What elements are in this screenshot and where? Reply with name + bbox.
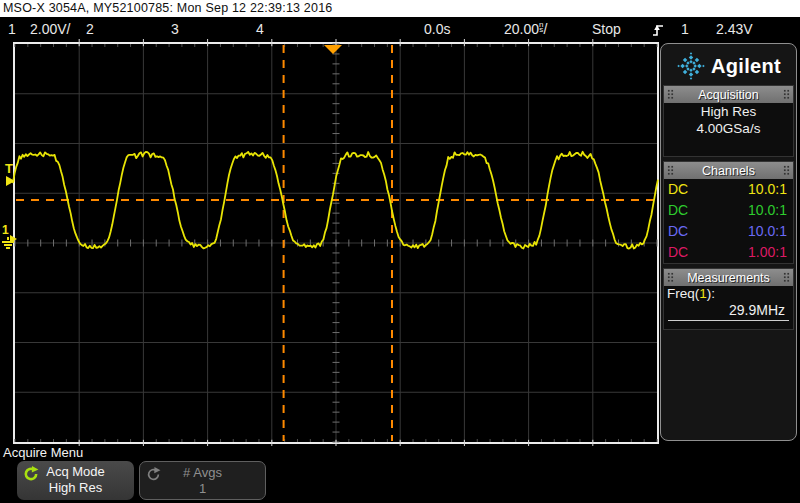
measurements-header[interactable]: Measurements	[664, 269, 793, 286]
channel-coupling: DC	[668, 179, 688, 200]
menu-title: Acquire Menu	[3, 445, 83, 460]
grip-dots-icon	[783, 272, 790, 283]
measurement-source: 1	[699, 286, 707, 301]
channel-coupling: DC	[668, 221, 688, 242]
acquisition-section: Acquisition High Res 4.00GSa/s	[663, 85, 794, 157]
channel-2-badge[interactable]: 2	[86, 17, 94, 41]
grip-dots-icon	[667, 165, 674, 176]
model-serial-datetime: MSO-X 3054A, MY52100785: Mon Sep 12 22:3…	[3, 1, 332, 15]
channels-title: Channels	[702, 164, 755, 178]
waveform-display[interactable]	[13, 42, 659, 444]
grip-dots-icon	[667, 272, 674, 283]
trigger-edge-icon	[652, 21, 664, 43]
channel-4-badge[interactable]: 4	[256, 17, 264, 41]
info-panel: Agilent Acquisition High Res 4.00GSa/s C…	[660, 43, 797, 441]
acquisition-mode: High Res	[664, 103, 793, 120]
horizontal-delay[interactable]: 0.0s	[424, 17, 450, 41]
channel-row[interactable]: DC1.00:1	[664, 242, 793, 263]
channel-probe-ratio: 1.00:1	[748, 242, 787, 263]
channels-header[interactable]: Channels	[664, 162, 793, 179]
measurement-name: Freq(1):	[664, 286, 793, 302]
measurement-underline	[668, 320, 789, 321]
run-state-indicator[interactable]: Stop	[592, 17, 621, 41]
channel-row[interactable]: DC10.0:1	[664, 221, 793, 242]
channel-probe-ratio: 10.0:1	[748, 179, 787, 200]
horizontal-scale[interactable]: 20.00ns/	[504, 17, 547, 41]
ground-marker-arrow-icon	[10, 235, 17, 243]
channel-coupling: DC	[668, 242, 688, 263]
channel-1-scale[interactable]: 2.00V/	[30, 17, 70, 41]
channel-coupling: DC	[668, 200, 688, 221]
trigger-level-marker-icon[interactable]	[6, 176, 15, 186]
sample-rate: 4.00GSa/s	[664, 120, 793, 137]
trigger-source[interactable]: 1	[681, 17, 689, 41]
measurement-suffix: ):	[707, 286, 715, 301]
channel-row[interactable]: DC10.0:1	[664, 179, 793, 200]
channel-1-badge[interactable]: 1	[8, 17, 16, 41]
hscale-slash: /	[544, 21, 548, 37]
trigger-level-marker-label[interactable]: T	[5, 161, 13, 176]
channel-row[interactable]: DC10.0:1	[664, 200, 793, 221]
trigger-level[interactable]: 2.43V	[716, 17, 753, 41]
grip-dots-icon	[667, 89, 674, 100]
cycle-arrow-icon	[146, 467, 161, 486]
softkey-acq-mode[interactable]: Acq Mode High Res	[17, 461, 134, 500]
brand-name: Agilent	[711, 55, 781, 78]
channel-probe-ratio: 10.0:1	[748, 221, 787, 242]
acquisition-title: Acquisition	[698, 88, 758, 102]
channel-probe-ratio: 10.0:1	[748, 200, 787, 221]
hscale-mantissa: 20.00	[504, 21, 539, 37]
titlebar: MSO-X 3054A, MY52100785: Mon Sep 12 22:3…	[0, 0, 800, 17]
cycle-arrow-icon	[23, 466, 39, 486]
measurement-prefix: Freq(	[667, 286, 699, 301]
grip-dots-icon	[783, 89, 790, 100]
grip-dots-icon	[783, 165, 790, 176]
channel-1-ground-marker[interactable]: 1	[1, 225, 15, 249]
channels-section: Channels DC10.0:1DC10.0:1DC10.0:1DC1.00:…	[663, 161, 794, 264]
waveform-svg	[15, 44, 657, 442]
agilent-logo-icon	[676, 51, 706, 81]
channel-3-badge[interactable]: 3	[171, 17, 179, 41]
measurements-title: Measurements	[687, 271, 770, 285]
measurement-value: 29.9MHz	[664, 302, 793, 319]
acquisition-header[interactable]: Acquisition	[664, 86, 793, 103]
oscilloscope-screen: MSO-X 3054A, MY52100785: Mon Sep 12 22:3…	[0, 0, 800, 503]
softkey-num-avgs[interactable]: # Avgs 1	[139, 461, 266, 500]
measurements-section: Measurements Freq(1): 29.9MHz	[663, 268, 794, 330]
channel-rows: DC10.0:1DC10.0:1DC10.0:1DC1.00:1	[664, 179, 793, 263]
brand-row: Agilent	[661, 47, 796, 85]
